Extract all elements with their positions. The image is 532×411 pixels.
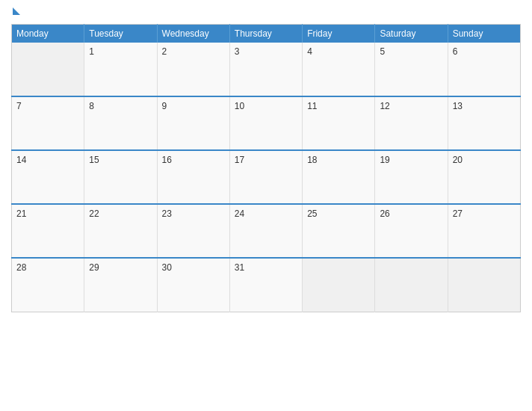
- calendar-cell: 16: [157, 150, 229, 204]
- calendar-cell: 1: [84, 43, 157, 96]
- weekday-header-wednesday: Wednesday: [157, 25, 229, 43]
- logo-triangle-icon: [13, 7, 20, 15]
- weekday-header-friday: Friday: [303, 25, 375, 43]
- calendar-cell: 6: [448, 43, 520, 96]
- calendar-cell: 3: [229, 43, 302, 96]
- calendar-cell: 31: [229, 258, 302, 312]
- calendar-week-4: 28293031: [12, 258, 521, 312]
- day-number: 3: [235, 46, 240, 57]
- calendar-cell: 10: [229, 96, 302, 150]
- calendar-cell: 2: [157, 43, 229, 96]
- calendar-cell: [448, 258, 520, 312]
- calendar-cell: 21: [12, 204, 84, 258]
- calendar-cell: 30: [157, 258, 229, 312]
- calendar-cell: 15: [84, 150, 157, 204]
- logo: [11, 7, 20, 16]
- calendar-body: 1234567891011121314151617181920212223242…: [12, 43, 521, 312]
- calendar-week-3: 21222324252627: [12, 204, 521, 258]
- day-number: 4: [307, 46, 312, 57]
- day-number: 12: [380, 101, 389, 111]
- day-number: 13: [453, 101, 463, 111]
- calendar-cell: 13: [448, 96, 520, 150]
- calendar-cell: 18: [303, 150, 375, 204]
- weekday-row: MondayTuesdayWednesdayThursdayFridaySatu…: [12, 25, 521, 43]
- day-number: 25: [307, 208, 317, 219]
- day-number: 1: [89, 46, 94, 57]
- calendar-cell: 17: [229, 150, 302, 204]
- day-number: 21: [16, 208, 26, 219]
- weekday-header-saturday: Saturday: [375, 25, 448, 43]
- calendar-table: MondayTuesdayWednesdayThursdayFridaySatu…: [11, 24, 521, 312]
- day-number: 23: [162, 208, 172, 219]
- calendar-cell: 20: [448, 150, 520, 204]
- calendar-cell: [303, 258, 375, 312]
- weekday-header-monday: Monday: [12, 25, 84, 43]
- weekday-header-tuesday: Tuesday: [84, 25, 157, 43]
- weekday-header-sunday: Sunday: [448, 25, 520, 43]
- calendar-week-2: 14151617181920: [12, 150, 521, 204]
- calendar-wrapper: MondayTuesdayWednesdayThursdayFridaySatu…: [0, 0, 532, 411]
- day-number: 27: [453, 208, 463, 219]
- day-number: 6: [453, 46, 458, 57]
- day-number: 7: [16, 101, 22, 111]
- day-number: 5: [380, 46, 385, 57]
- weekday-header-thursday: Thursday: [229, 25, 302, 43]
- calendar-cell: 7: [12, 96, 84, 150]
- calendar-cell: 4: [303, 43, 375, 96]
- calendar-week-0: 123456: [12, 43, 521, 96]
- day-number: 14: [16, 155, 26, 165]
- day-number: 19: [380, 155, 389, 165]
- calendar-cell: 12: [375, 96, 448, 150]
- calendar-cell: 27: [448, 204, 520, 258]
- day-number: 16: [162, 155, 172, 165]
- calendar-cell: 29: [84, 258, 157, 312]
- calendar-cell: 9: [157, 96, 229, 150]
- day-number: 30: [162, 262, 172, 273]
- day-number: 20: [453, 155, 463, 165]
- calendar-cell: [375, 258, 448, 312]
- calendar-week-1: 78910111213: [12, 96, 521, 150]
- calendar-cell: 5: [375, 43, 448, 96]
- day-number: 15: [89, 155, 99, 165]
- day-number: 26: [380, 208, 389, 219]
- day-number: 31: [235, 262, 244, 273]
- day-number: 24: [235, 208, 244, 219]
- calendar-cell: 25: [303, 204, 375, 258]
- day-number: 17: [235, 155, 244, 165]
- calendar-cell: 28: [12, 258, 84, 312]
- calendar-cell: 19: [375, 150, 448, 204]
- calendar-cell: 22: [84, 204, 157, 258]
- calendar-header-row: MondayTuesdayWednesdayThursdayFridaySatu…: [12, 25, 521, 43]
- day-number: 29: [89, 262, 99, 273]
- calendar-cell: 14: [12, 150, 84, 204]
- calendar-cell: 8: [84, 96, 157, 150]
- calendar-cell: [12, 43, 84, 96]
- day-number: 11: [307, 101, 317, 111]
- calendar-cell: 26: [375, 204, 448, 258]
- day-number: 8: [89, 101, 94, 111]
- day-number: 22: [89, 208, 99, 219]
- calendar-cell: 23: [157, 204, 229, 258]
- calendar-cell: 24: [229, 204, 302, 258]
- day-number: 10: [235, 101, 244, 111]
- day-number: 18: [307, 155, 317, 165]
- day-number: 28: [16, 262, 26, 273]
- calendar-cell: 11: [303, 96, 375, 150]
- calendar-header: [11, 7, 521, 16]
- day-number: 9: [162, 101, 167, 111]
- day-number: 2: [162, 46, 167, 57]
